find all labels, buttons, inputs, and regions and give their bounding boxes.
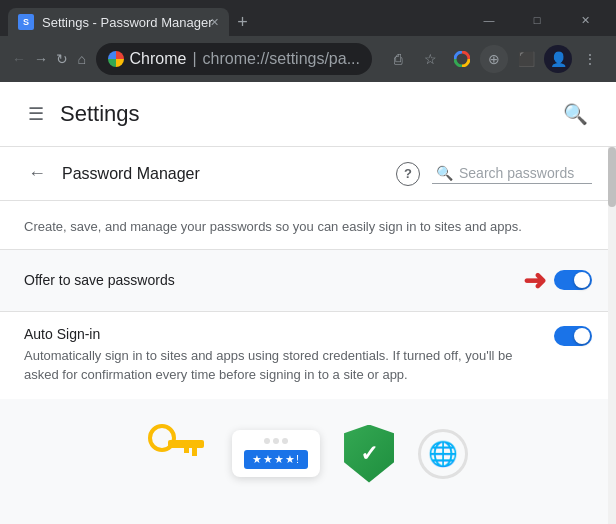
scrollbar-thumb[interactable] — [608, 147, 616, 207]
globe-illustration: 🌐 — [418, 429, 468, 479]
card-dot-2 — [273, 438, 279, 444]
key-teeth-1 — [192, 448, 197, 456]
color-icon[interactable] — [448, 45, 476, 73]
offer-to-save-toggle[interactable] — [554, 270, 592, 290]
site-favicon — [108, 51, 124, 67]
settings-title: Settings — [60, 101, 140, 127]
window-controls: — □ ✕ — [466, 4, 608, 36]
scrollbar-track[interactable] — [608, 147, 616, 524]
settings-title-wrap: ☰ Settings — [24, 99, 140, 129]
auto-signin-text: Auto Sign-in Automatically sign in to si… — [24, 326, 530, 385]
address-chrome-label: Chrome — [130, 50, 187, 68]
pm-back-button[interactable]: ← — [24, 159, 50, 188]
auto-signin-description: Automatically sign in to sites and apps … — [24, 346, 530, 385]
tab-close-button[interactable]: ✕ — [207, 14, 223, 30]
pm-search-icon: 🔍 — [436, 165, 453, 181]
auto-signin-title: Auto Sign-in — [24, 326, 530, 342]
key-illustration — [148, 424, 208, 484]
offer-to-save-row: Offer to save passwords ➜ — [0, 249, 616, 312]
back-nav-button[interactable]: ← — [12, 45, 26, 73]
address-url: chrome://settings/pa... — [203, 50, 360, 68]
shield-shape: ✓ — [344, 425, 394, 483]
more-menu-button[interactable]: ⋮ — [576, 45, 604, 73]
key-teeth-2 — [184, 448, 189, 453]
new-tab-button[interactable]: + — [229, 8, 257, 36]
maximize-button[interactable]: □ — [514, 4, 560, 36]
illustration-area: ★★★★! ✓ 🌐 — [0, 399, 616, 509]
offer-to-save-label: Offer to save passwords — [24, 272, 175, 288]
toolbar-icons: ⎙ ☆ ⊕ ⬛ 👤 ⋮ — [384, 45, 604, 73]
address-input[interactable]: Chrome | chrome://settings/pa... — [96, 43, 372, 75]
toggle-knob — [574, 272, 590, 288]
share-icon[interactable]: ⎙ — [384, 45, 412, 73]
pm-search-wrap[interactable]: 🔍 Search passwords — [432, 163, 592, 184]
pm-header-right: ? 🔍 Search passwords — [396, 162, 592, 186]
settings-search-button[interactable]: 🔍 — [559, 98, 592, 130]
pm-header-left: ← Password Manager — [24, 159, 200, 188]
settings-header: ☰ Settings 🔍 — [0, 82, 616, 147]
auto-signin-row: Auto Sign-in Automatically sign in to si… — [0, 312, 616, 399]
reload-button[interactable]: ↻ — [56, 45, 68, 73]
pm-description-text: Create, save, and manage your passwords … — [24, 219, 522, 234]
pm-help-button[interactable]: ? — [396, 162, 420, 186]
active-tab[interactable]: S Settings - Password Manager ✕ — [8, 8, 229, 36]
home-button[interactable]: ⌂ — [76, 45, 88, 73]
content-area: ☰ Settings 🔍 ← Password Manager ? 🔍 Sear… — [0, 82, 616, 524]
shield-illustration: ✓ — [344, 425, 394, 483]
password-card-illustration: ★★★★! — [232, 430, 320, 477]
forward-nav-button[interactable]: → — [34, 45, 48, 73]
card-dots-row — [244, 438, 308, 444]
minimize-button[interactable]: — — [466, 4, 512, 36]
profile-icon[interactable]: 👤 — [544, 45, 572, 73]
menu-icon[interactable]: ☰ — [24, 99, 48, 129]
password-manager-area: ← Password Manager ? 🔍 Search passwords … — [0, 147, 616, 524]
close-button[interactable]: ✕ — [562, 4, 608, 36]
browser-menu-icon[interactable]: ⬛ — [512, 45, 540, 73]
extensions-icon[interactable]: ⊕ — [480, 45, 508, 73]
tab-favicon: S — [18, 14, 34, 30]
pm-search-placeholder: Search passwords — [459, 165, 574, 181]
pm-header: ← Password Manager ? 🔍 Search passwords — [0, 147, 616, 201]
tab-title: Settings - Password Manager — [42, 15, 213, 30]
address-divider: | — [192, 50, 196, 68]
shield-check-icon: ✓ — [360, 441, 378, 467]
auto-signin-toggle-knob — [574, 328, 590, 344]
tab-bar: S Settings - Password Manager ✕ + — □ ✕ — [0, 0, 616, 36]
arrow-indicator: ➜ — [523, 264, 546, 297]
bookmark-icon[interactable]: ☆ — [416, 45, 444, 73]
card-dot-3 — [282, 438, 288, 444]
pm-description: Create, save, and manage your passwords … — [0, 201, 616, 249]
card-password-field: ★★★★! — [244, 450, 308, 469]
address-bar: ← → ↻ ⌂ Chrome | chrome://settings/pa...… — [0, 36, 616, 82]
pm-title: Password Manager — [62, 165, 200, 183]
card-dot-1 — [264, 438, 270, 444]
key-body — [168, 440, 204, 448]
offer-to-save-toggle-wrap: ➜ — [523, 264, 592, 297]
auto-signin-toggle[interactable] — [554, 326, 592, 346]
